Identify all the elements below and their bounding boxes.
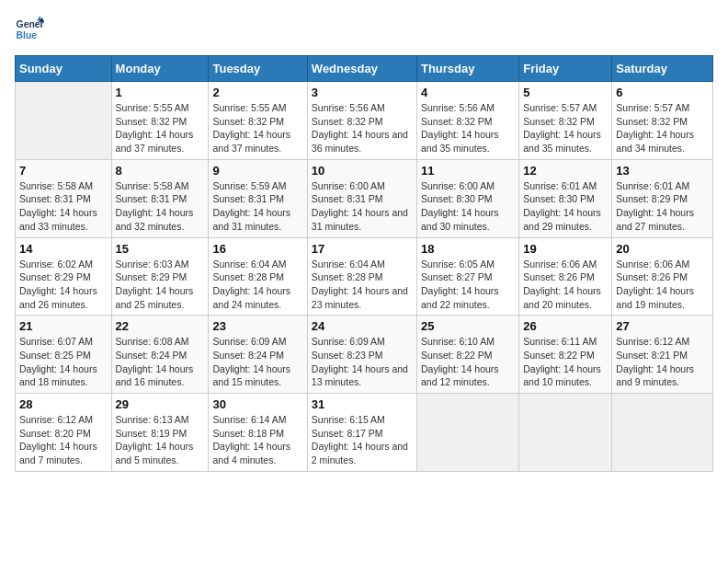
calendar-cell: 19Sunrise: 6:06 AM Sunset: 8:26 PM Dayli…: [519, 237, 612, 316]
day-number: 19: [523, 242, 608, 256]
day-number: 20: [616, 242, 709, 256]
day-number: 27: [616, 319, 709, 333]
day-number: 31: [312, 397, 413, 411]
day-info: Sunrise: 5:57 AM Sunset: 8:32 PM Dayligh…: [616, 101, 709, 155]
day-info: Sunrise: 5:56 AM Sunset: 8:32 PM Dayligh…: [312, 101, 413, 155]
logo: General Blue: [15, 15, 48, 44]
day-info: Sunrise: 6:04 AM Sunset: 8:28 PM Dayligh…: [312, 258, 413, 312]
page-header: General Blue: [15, 15, 713, 44]
day-number: 9: [212, 164, 302, 178]
calendar-cell: 25Sunrise: 6:10 AM Sunset: 8:22 PM Dayli…: [416, 316, 518, 394]
day-number: 29: [116, 397, 205, 411]
day-number: 10: [312, 164, 413, 178]
day-number: 8: [116, 164, 205, 178]
day-info: Sunrise: 5:56 AM Sunset: 8:32 PM Dayligh…: [421, 101, 515, 155]
day-header-wednesday: Wednesday: [307, 56, 416, 82]
day-info: Sunrise: 6:01 AM Sunset: 8:29 PM Dayligh…: [616, 179, 709, 234]
day-header-saturday: Saturday: [612, 56, 713, 82]
day-number: 12: [523, 164, 608, 178]
calendar-cell: 26Sunrise: 6:11 AM Sunset: 8:22 PM Dayli…: [519, 316, 612, 394]
day-number: 30: [212, 397, 302, 411]
calendar-cell: 11Sunrise: 6:00 AM Sunset: 8:30 PM Dayli…: [416, 159, 518, 237]
day-info: Sunrise: 6:11 AM Sunset: 8:22 PM Dayligh…: [523, 335, 608, 389]
day-info: Sunrise: 5:57 AM Sunset: 8:32 PM Dayligh…: [523, 101, 608, 155]
day-header-sunday: Sunday: [16, 56, 112, 82]
calendar-cell: [519, 394, 612, 472]
day-info: Sunrise: 6:14 AM Sunset: 8:18 PM Dayligh…: [212, 413, 302, 467]
calendar-cell: 5Sunrise: 5:57 AM Sunset: 8:32 PM Daylig…: [519, 82, 612, 160]
day-info: Sunrise: 6:12 AM Sunset: 8:21 PM Dayligh…: [616, 335, 709, 389]
day-number: 15: [116, 242, 205, 256]
day-number: 24: [312, 319, 413, 333]
calendar-cell: [612, 394, 713, 472]
svg-text:Blue: Blue: [17, 30, 38, 40]
calendar-cell: 6Sunrise: 5:57 AM Sunset: 8:32 PM Daylig…: [612, 82, 713, 160]
calendar-cell: 23Sunrise: 6:09 AM Sunset: 8:24 PM Dayli…: [209, 316, 307, 394]
calendar-cell: 17Sunrise: 6:04 AM Sunset: 8:28 PM Dayli…: [307, 237, 416, 316]
day-number: 26: [523, 319, 608, 333]
day-header-friday: Friday: [519, 56, 612, 82]
day-number: 21: [19, 319, 108, 333]
day-number: 11: [421, 164, 515, 178]
calendar-cell: 12Sunrise: 6:01 AM Sunset: 8:30 PM Dayli…: [519, 159, 612, 237]
calendar-cell: [16, 82, 112, 160]
day-number: 22: [116, 319, 205, 333]
calendar-cell: 24Sunrise: 6:09 AM Sunset: 8:23 PM Dayli…: [307, 316, 416, 394]
day-header-thursday: Thursday: [416, 56, 518, 82]
day-number: 16: [212, 242, 302, 256]
day-info: Sunrise: 6:01 AM Sunset: 8:30 PM Dayligh…: [523, 179, 608, 234]
calendar-cell: 1Sunrise: 5:55 AM Sunset: 8:32 PM Daylig…: [111, 82, 209, 160]
day-number: 17: [312, 242, 413, 256]
day-number: 14: [19, 242, 108, 256]
day-number: 28: [19, 397, 108, 411]
calendar-cell: 21Sunrise: 6:07 AM Sunset: 8:25 PM Dayli…: [16, 316, 112, 394]
calendar-cell: [416, 394, 518, 472]
day-number: 18: [421, 242, 515, 256]
day-info: Sunrise: 6:02 AM Sunset: 8:29 PM Dayligh…: [19, 258, 108, 312]
logo-icon: General Blue: [15, 15, 44, 44]
day-info: Sunrise: 5:55 AM Sunset: 8:32 PM Dayligh…: [212, 101, 302, 155]
day-info: Sunrise: 6:12 AM Sunset: 8:20 PM Dayligh…: [19, 413, 108, 467]
day-number: 25: [421, 319, 515, 333]
calendar-header-row: SundayMondayTuesdayWednesdayThursdayFrid…: [16, 56, 713, 82]
day-info: Sunrise: 5:58 AM Sunset: 8:31 PM Dayligh…: [19, 179, 108, 234]
week-row-5: 28Sunrise: 6:12 AM Sunset: 8:20 PM Dayli…: [16, 394, 713, 472]
week-row-1: 1Sunrise: 5:55 AM Sunset: 8:32 PM Daylig…: [16, 82, 713, 160]
calendar-cell: 3Sunrise: 5:56 AM Sunset: 8:32 PM Daylig…: [307, 82, 416, 160]
day-info: Sunrise: 6:06 AM Sunset: 8:26 PM Dayligh…: [616, 258, 709, 312]
calendar-cell: 16Sunrise: 6:04 AM Sunset: 8:28 PM Dayli…: [209, 237, 307, 316]
calendar-cell: 13Sunrise: 6:01 AM Sunset: 8:29 PM Dayli…: [612, 159, 713, 237]
calendar-cell: 20Sunrise: 6:06 AM Sunset: 8:26 PM Dayli…: [612, 237, 713, 316]
calendar-cell: 30Sunrise: 6:14 AM Sunset: 8:18 PM Dayli…: [209, 394, 307, 472]
day-info: Sunrise: 6:07 AM Sunset: 8:25 PM Dayligh…: [19, 335, 108, 389]
day-info: Sunrise: 6:09 AM Sunset: 8:24 PM Dayligh…: [212, 335, 302, 389]
calendar-cell: 14Sunrise: 6:02 AM Sunset: 8:29 PM Dayli…: [16, 237, 112, 316]
day-info: Sunrise: 6:08 AM Sunset: 8:24 PM Dayligh…: [116, 335, 205, 389]
day-info: Sunrise: 6:06 AM Sunset: 8:26 PM Dayligh…: [523, 258, 608, 312]
week-row-3: 14Sunrise: 6:02 AM Sunset: 8:29 PM Dayli…: [16, 237, 713, 316]
day-number: 2: [212, 86, 302, 99]
day-info: Sunrise: 6:04 AM Sunset: 8:28 PM Dayligh…: [212, 258, 302, 312]
day-info: Sunrise: 5:55 AM Sunset: 8:32 PM Dayligh…: [116, 101, 205, 155]
day-number: 7: [19, 164, 108, 178]
day-number: 23: [212, 319, 302, 333]
day-number: 3: [312, 86, 413, 99]
day-number: 13: [616, 164, 709, 178]
calendar-cell: 29Sunrise: 6:13 AM Sunset: 8:19 PM Dayli…: [111, 394, 209, 472]
day-info: Sunrise: 6:09 AM Sunset: 8:23 PM Dayligh…: [312, 335, 413, 389]
day-info: Sunrise: 5:58 AM Sunset: 8:31 PM Dayligh…: [116, 179, 205, 234]
day-info: Sunrise: 6:00 AM Sunset: 8:31 PM Dayligh…: [312, 179, 413, 234]
calendar-cell: 4Sunrise: 5:56 AM Sunset: 8:32 PM Daylig…: [416, 82, 518, 160]
calendar-cell: 28Sunrise: 6:12 AM Sunset: 8:20 PM Dayli…: [16, 394, 112, 472]
week-row-4: 21Sunrise: 6:07 AM Sunset: 8:25 PM Dayli…: [16, 316, 713, 394]
calendar-cell: 27Sunrise: 6:12 AM Sunset: 8:21 PM Dayli…: [612, 316, 713, 394]
calendar-cell: 8Sunrise: 5:58 AM Sunset: 8:31 PM Daylig…: [111, 159, 209, 237]
calendar-cell: 15Sunrise: 6:03 AM Sunset: 8:29 PM Dayli…: [111, 237, 209, 316]
day-header-monday: Monday: [111, 56, 209, 82]
day-header-tuesday: Tuesday: [209, 56, 307, 82]
week-row-2: 7Sunrise: 5:58 AM Sunset: 8:31 PM Daylig…: [16, 159, 713, 237]
day-info: Sunrise: 6:00 AM Sunset: 8:30 PM Dayligh…: [421, 179, 515, 234]
calendar-cell: 2Sunrise: 5:55 AM Sunset: 8:32 PM Daylig…: [209, 82, 307, 160]
calendar-cell: 7Sunrise: 5:58 AM Sunset: 8:31 PM Daylig…: [16, 159, 112, 237]
day-number: 1: [116, 86, 205, 99]
